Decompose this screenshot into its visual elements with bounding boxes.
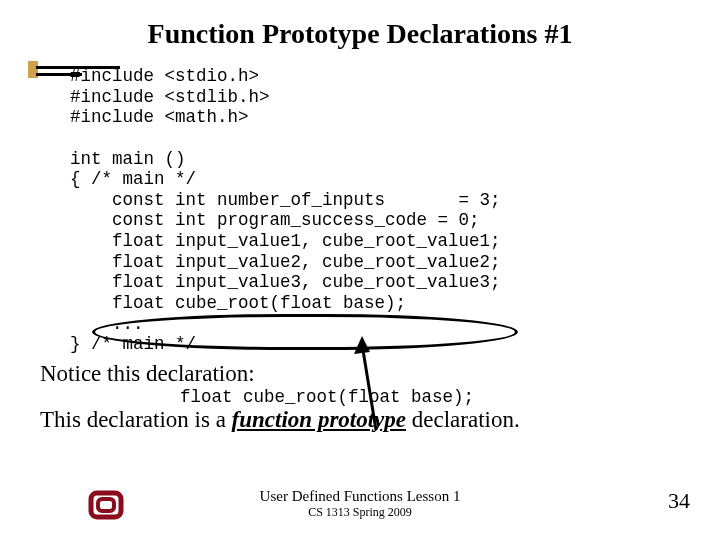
- page-title: Function Prototype Declarations #1: [0, 18, 720, 50]
- footer-line1: User Defined Functions Lesson 1: [0, 488, 720, 505]
- notice-label: Notice this declaration:: [40, 361, 720, 387]
- footer-line2: CS 1313 Spring 2009: [0, 505, 720, 520]
- notice-code: float cube_root(float base);: [180, 387, 720, 407]
- code-block: #include <stdio.h> #include <stdlib.h> #…: [70, 66, 720, 355]
- conclusion-pre: This declaration is a: [40, 407, 232, 432]
- function-prototype-term: function prototype: [232, 407, 406, 432]
- title-bar: Function Prototype Declarations #1: [0, 0, 720, 50]
- footer: User Defined Functions Lesson 1 CS 1313 …: [0, 488, 720, 520]
- conclusion-line: This declaration is a function prototype…: [40, 407, 720, 433]
- page-number: 34: [668, 488, 690, 514]
- conclusion-post: declaration.: [406, 407, 520, 432]
